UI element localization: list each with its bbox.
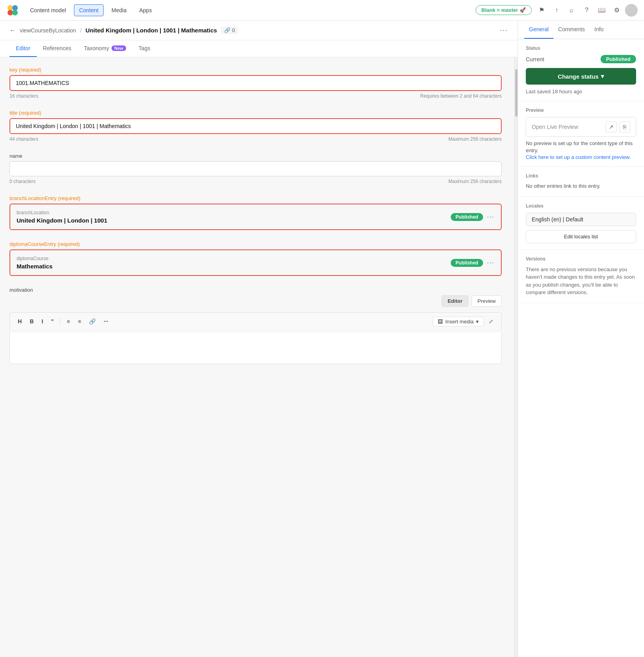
media-icon: 🖼	[438, 319, 443, 325]
toolbar-quote-button[interactable]: "	[48, 317, 57, 326]
book-icon[interactable]: 📖	[595, 4, 608, 17]
toolbar-expand-button[interactable]: ⤢	[485, 316, 497, 327]
sidebar-tab-comments[interactable]: Comments	[553, 21, 590, 39]
scroll-indicator[interactable]	[514, 57, 517, 657]
diploma-field-group: diplomaCourseEntry (required) diplomaCou…	[9, 241, 502, 276]
toolbar-h-button[interactable]: H	[15, 317, 25, 326]
toolbar-separator-1	[60, 318, 60, 325]
status-section: Status Current Published Change status ▾…	[518, 39, 644, 101]
diploma-published-badge: Published	[451, 259, 483, 267]
right-sidebar: General Comments Info Status Current Pub…	[517, 21, 644, 657]
tab-editor[interactable]: Editor	[9, 40, 37, 57]
diploma-entry-row: diplomaCourse Mathematics Published ···	[10, 250, 501, 275]
links-section: Links No other entries link to this entr…	[518, 167, 644, 196]
sidebar-tab-info[interactable]: Info	[590, 21, 608, 39]
name-max: Maximum 256 characters	[448, 179, 502, 184]
form-main: key (required) 16 characters Requires be…	[9, 67, 505, 648]
toolbar-italic-button[interactable]: I	[38, 317, 46, 326]
diploma-entry-name: Mathematics	[17, 263, 53, 270]
diploma-entry-card: diplomaCourse Mathematics Published ···	[9, 249, 502, 276]
toolbar-link-button[interactable]: 🔗	[86, 317, 99, 326]
key-label: key (required)	[9, 67, 502, 73]
link-count-badge[interactable]: 🔗 0	[221, 26, 238, 34]
title-max: Maximum 256 characters	[448, 136, 502, 142]
back-button[interactable]: ←	[9, 27, 16, 34]
tab-tags[interactable]: Tags	[132, 40, 157, 57]
branch-location-field-group: branchLocationEntry (required) branchLoc…	[9, 195, 502, 230]
app-logo[interactable]	[6, 4, 19, 17]
tab-taxonomy[interactable]: Taxonomy New	[77, 40, 132, 57]
key-input[interactable]	[9, 75, 502, 91]
search-icon[interactable]: ⌕	[565, 4, 578, 17]
nav-icons: ⚑ ↑ ⌕ ? 📖 ⚙	[535, 4, 638, 17]
main-wrapper: ← viewCourseByLocation / United Kingdom …	[0, 21, 644, 657]
diploma-more-button[interactable]: ···	[487, 259, 495, 266]
diploma-entry-info: diplomaCourse Mathematics	[17, 256, 53, 270]
editor-toggle-btn[interactable]: Editor	[442, 295, 468, 307]
change-status-button[interactable]: Change status ▾	[526, 68, 636, 85]
tab-taxonomy-label: Taxonomy	[84, 45, 109, 51]
name-char-count: 0 characters	[9, 179, 36, 184]
versions-note: There are no previous versions because y…	[526, 266, 636, 296]
status-row: Current Published	[526, 55, 636, 63]
nav-apps[interactable]: Apps	[134, 5, 157, 16]
rich-toolbar: H B I " ≡ ≡ 🔗 ··· 🖼 Insert media	[9, 312, 502, 330]
key-char-count: 16 characters	[9, 93, 38, 99]
branch-entry-actions: Published ···	[451, 213, 495, 221]
branch-label: branchLocationEntry (required)	[9, 195, 502, 201]
toolbar-ol-button[interactable]: ≡	[75, 317, 84, 326]
motivation-label: motivation	[9, 287, 502, 293]
nav-content[interactable]: Content	[74, 4, 104, 16]
nav-media[interactable]: Media	[107, 5, 131, 16]
current-label: Current	[526, 56, 544, 62]
svg-point-1	[12, 5, 18, 11]
nav-content-model[interactable]: Content model	[25, 5, 71, 16]
breadcrumb-title: United Kingdom | London | 1001 | Mathema…	[85, 27, 217, 34]
preview-section-title: Preview	[526, 108, 636, 113]
motivation-rich-area[interactable]	[9, 332, 502, 364]
sidebar-tab-general[interactable]: General	[524, 21, 553, 39]
settings-icon[interactable]: ⚙	[610, 4, 623, 17]
name-field-group: name 0 characters Maximum 256 characters	[9, 153, 502, 184]
form-scroll: key (required) 16 characters Requires be…	[0, 57, 514, 657]
env-badge[interactable]: Blank > master 🚀	[476, 5, 532, 15]
breadcrumb-path: viewCourseByLocation	[20, 27, 76, 34]
chevron-down-icon: ▾	[601, 73, 604, 80]
toolbar-more-button[interactable]: ···	[100, 317, 111, 326]
svg-point-3	[12, 10, 18, 15]
flag-icon[interactable]: ⚑	[535, 4, 548, 17]
status-section-title: Status	[526, 45, 636, 51]
locale-badge: English (en) | Default	[526, 213, 636, 226]
upload-icon[interactable]: ↑	[550, 4, 563, 17]
title-input[interactable]	[9, 118, 502, 134]
branch-entry-card: branchLocation United Kingdom | London |…	[9, 204, 502, 230]
status-badge: Published	[601, 55, 636, 63]
preview-external-link-icon[interactable]: ↗	[606, 121, 617, 132]
tab-references[interactable]: References	[37, 40, 78, 57]
scroll-thumb	[515, 69, 517, 117]
toolbar-bold-button[interactable]: B	[26, 317, 37, 326]
breadcrumb-separator: /	[80, 27, 81, 34]
insert-media-button[interactable]: 🖼 Insert media ▾	[432, 317, 484, 327]
preview-toggle-btn[interactable]: Preview	[472, 295, 502, 307]
help-icon[interactable]: ?	[580, 4, 593, 17]
preview-copy-icon[interactable]: ⎘	[619, 121, 630, 132]
locales-section: Locales English (en) | Default Edit loca…	[518, 197, 644, 250]
tabs-bar: Editor References Taxonomy New Tags	[0, 40, 517, 57]
more-options-button[interactable]: ···	[500, 26, 508, 34]
name-input[interactable]	[9, 161, 502, 176]
versions-section: Versions There are no previous versions …	[518, 250, 644, 303]
diploma-entry-actions: Published ···	[451, 259, 495, 267]
toolbar-ul-button[interactable]: ≡	[64, 317, 73, 326]
avatar[interactable]	[625, 4, 638, 17]
title-field-group: title (required) 44 characters Maximum 2…	[9, 110, 502, 142]
last-saved: Last saved 18 hours ago	[526, 89, 636, 94]
insert-media-label: Insert media	[445, 319, 474, 325]
title-label: title (required)	[9, 110, 502, 116]
motivation-field-group: motivation Editor Preview H B I " ≡	[9, 287, 502, 364]
branch-more-button[interactable]: ···	[487, 213, 495, 221]
content-area: ← viewCourseByLocation / United Kingdom …	[0, 21, 517, 657]
preview-setup-link[interactable]: Click here to set up a custom content pr…	[526, 154, 636, 160]
edit-locales-button[interactable]: Edit locales list	[526, 230, 636, 243]
preview-note: No preview is set up for the content typ…	[526, 140, 636, 154]
